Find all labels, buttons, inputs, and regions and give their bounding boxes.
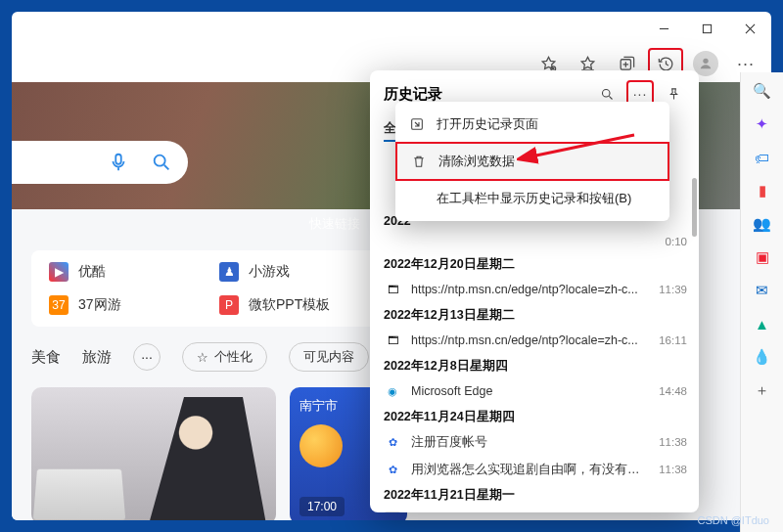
web-icon: 🗔 — [384, 332, 401, 349]
quick-link-ppt[interactable]: P微软PPT模板 — [219, 295, 390, 315]
sb-plus-icon[interactable]: ＋ — [752, 379, 773, 401]
history-item[interactable]: 🗔https://ntp.msn.cn/edge/ntp?locale=zh-c… — [370, 327, 699, 354]
edge-icon: ◉ — [384, 382, 401, 400]
history-item[interactable]: 🗔https://ntp.msn.cn/edge/ntp?locale=zh-c… — [370, 276, 699, 303]
visible-content-button[interactable]: 可见内容 — [289, 342, 369, 372]
right-sidebar: 🔍 ✦ 🏷 ▮ 👥 ▣ ✉ ▲ 💧 ＋ — [740, 72, 783, 532]
history-item[interactable]: ✿注册百度帐号11:38 — [370, 428, 699, 456]
titlebar — [12, 12, 771, 45]
search-icon[interactable] — [151, 152, 172, 173]
sb-spark-icon[interactable]: ✦ — [752, 113, 773, 135]
widgets-row: 南宁市 17:00 — [31, 387, 407, 520]
history-group-label: 2022年12月20日星期二 — [370, 252, 699, 276]
weather-time: 17:00 — [299, 497, 345, 516]
search-bar[interactable] — [12, 141, 188, 184]
svg-point-5 — [155, 155, 165, 166]
quick-links-card: ▶优酷 ♟小游戏 3737网游 P微软PPT模板 — [31, 250, 407, 327]
sb-office-icon[interactable]: ▣ — [752, 246, 773, 268]
menu-clear-browsing-data[interactable]: 清除浏览数据 — [395, 142, 669, 181]
history-group-label: 2022年11月24日星期四 — [370, 405, 699, 428]
svg-point-6 — [602, 89, 610, 97]
history-dropdown-menu: 打开历史记录页面 清除浏览数据 在工具栏中显示历史记录和按钮(B) — [395, 102, 669, 221]
sb-search-icon[interactable]: 🔍 — [752, 80, 773, 102]
sb-drop-icon[interactable]: 💧 — [752, 346, 773, 368]
history-item[interactable]: ✿用浏览器怎么实现追剧自由啊，有没有大佬知...11:38 — [370, 456, 699, 483]
category-row: 美食 旅游 ··· ☆ 个性化 可见内容 — [31, 342, 407, 372]
baidu-icon: ✿ — [384, 433, 401, 451]
web-icon: 🗔 — [384, 281, 401, 298]
mic-icon[interactable] — [108, 152, 129, 173]
svg-rect-4 — [115, 155, 121, 164]
baidu-icon: ▦ — [384, 511, 401, 512]
news-card[interactable] — [31, 387, 276, 520]
scrollbar[interactable] — [692, 178, 697, 237]
watermark: CSDN @ITduo — [697, 514, 769, 526]
more-categories-icon[interactable]: ··· — [133, 343, 161, 371]
quick-link-37[interactable]: 3737网游 — [49, 295, 219, 315]
menu-open-history-page[interactable]: 打开历史记录页面 — [395, 107, 669, 142]
cards-area: ▶优酷 ♟小游戏 3737网游 P微软PPT模板 美食 旅游 ··· ☆ 个性化… — [31, 250, 407, 520]
svg-rect-0 — [703, 24, 711, 32]
sun-icon — [299, 424, 343, 467]
history-group-label: 2022年11月21日星期一 — [370, 483, 699, 507]
history-item[interactable]: 0:10 — [370, 231, 699, 252]
menu-show-history-button[interactable]: 在工具栏中显示历史记录和按钮(B) — [395, 181, 669, 216]
svg-point-3 — [703, 59, 708, 64]
sb-music-icon[interactable]: ▮ — [752, 180, 773, 201]
history-item[interactable]: ▦与百度连接11:28 — [370, 507, 699, 512]
baidu-icon: ✿ — [384, 461, 401, 478]
minimize-button[interactable] — [642, 12, 685, 45]
history-group-label: 2022年12月8日星期四 — [370, 354, 699, 377]
maximize-button[interactable] — [685, 12, 728, 45]
sb-game-icon[interactable]: ▲ — [752, 313, 773, 334]
tab-travel[interactable]: 旅游 — [82, 348, 112, 367]
sb-tag-icon[interactable]: 🏷 — [752, 147, 773, 168]
history-group-label: 2022年12月13日星期二 — [370, 303, 699, 327]
tab-food[interactable]: 美食 — [31, 348, 61, 367]
sb-people-icon[interactable]: 👥 — [752, 213, 773, 235]
close-button[interactable] — [728, 12, 771, 45]
personalize-button[interactable]: ☆ 个性化 — [182, 342, 267, 372]
quick-links-label: 快速链接 — [309, 215, 360, 233]
quick-link-youku[interactable]: ▶优酷 — [49, 262, 219, 282]
quick-link-game[interactable]: ♟小游戏 — [219, 262, 390, 282]
history-title: 历史记录 — [384, 85, 587, 104]
sb-outlook-icon[interactable]: ✉ — [752, 280, 773, 301]
history-item[interactable]: ◉Microsoft Edge14:48 — [370, 377, 699, 405]
